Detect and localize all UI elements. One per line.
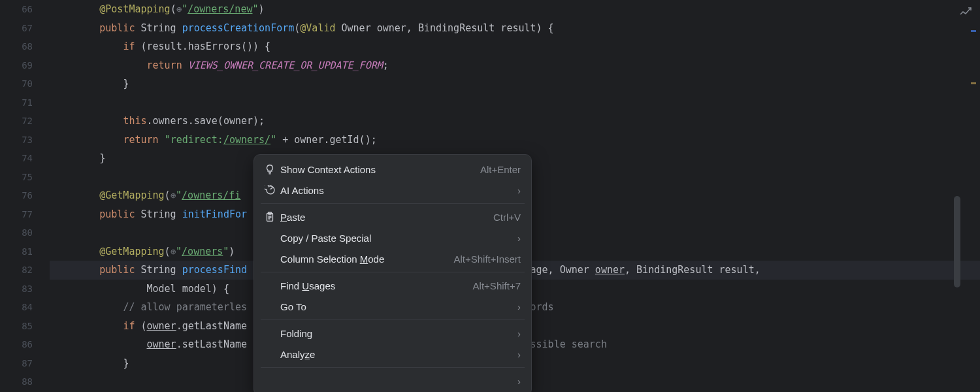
- menu-label: Analyze: [280, 349, 513, 360]
- menu-item-go-to[interactable]: Go To ›: [254, 296, 531, 317]
- line-number: 86: [0, 335, 33, 354]
- line-number: 80: [0, 223, 33, 242]
- menu-item-ai-actions[interactable]: AI Actions ›: [254, 180, 531, 201]
- menu-label: Paste: [280, 212, 493, 223]
- code-line[interactable]: @PostMapping(⊕"/owners/new"): [50, 0, 980, 19]
- menu-label: Go To: [280, 301, 513, 312]
- spiral-icon: [265, 185, 280, 195]
- chevron-right-icon: ›: [513, 301, 521, 312]
- gutter: 66 67 68 69 70 71 72 73 74 75 76 77 80 8…: [0, 0, 50, 392]
- line-number: 85: [0, 317, 33, 336]
- menu-item-find-usages[interactable]: Find Usages Alt+Shift+7: [254, 275, 531, 296]
- line-number: 77: [0, 205, 33, 224]
- line-number: 88: [0, 372, 33, 391]
- menu-separator: [261, 319, 525, 320]
- line-number: 81: [0, 242, 33, 261]
- line-number: 73: [0, 131, 33, 150]
- globe-icon: ⊕: [171, 246, 176, 257]
- line-number: 66: [0, 0, 33, 19]
- line-number: 72: [0, 112, 33, 131]
- context-menu: Show Context Actions Alt+Enter AI Action…: [253, 154, 532, 392]
- code-line[interactable]: }: [50, 74, 980, 93]
- menu-item-column-selection[interactable]: Column Selection Mode Alt+Shift+Insert: [254, 248, 531, 269]
- line-number: 67: [0, 19, 33, 38]
- scrollbar-thumb[interactable]: [954, 196, 960, 287]
- menu-label: Copy / Paste Special: [280, 233, 513, 244]
- chevron-right-icon: ›: [513, 376, 521, 387]
- line-number: 70: [0, 74, 33, 93]
- menu-item-folding[interactable]: Folding ›: [254, 323, 531, 344]
- menu-shortcut: Alt+Shift+Insert: [453, 253, 521, 265]
- error-stripe: [954, 0, 980, 392]
- line-number: 71: [0, 93, 33, 112]
- line-number: 69: [0, 56, 33, 75]
- menu-shortcut: Alt+Enter: [480, 164, 521, 175]
- line-number: 87: [0, 354, 33, 373]
- chevron-right-icon: ›: [513, 233, 521, 244]
- menu-label: AI Actions: [280, 185, 513, 196]
- code-line[interactable]: public String processCreationForm(@Valid…: [50, 19, 980, 38]
- line-number: 82: [0, 261, 33, 280]
- marker[interactable]: [971, 30, 976, 32]
- code-line[interactable]: return "redirect:/owners/" + owner.getId…: [50, 131, 980, 150]
- code-line[interactable]: if (result.hasErrors()) {: [50, 37, 980, 56]
- code-line[interactable]: return VIEWS_OWNER_CREATE_OR_UPDATE_FORM…: [50, 56, 980, 75]
- menu-shortcut: Ctrl+V: [493, 212, 521, 223]
- line-number: 83: [0, 280, 33, 299]
- menu-item-analyze[interactable]: Analyze ›: [254, 344, 531, 365]
- line-number: 74: [0, 149, 33, 168]
- menu-separator: [261, 203, 525, 204]
- globe-icon: ⊕: [176, 4, 182, 14]
- chevron-right-icon: ›: [513, 328, 521, 339]
- menu-separator: [261, 272, 525, 272]
- menu-item-context-actions[interactable]: Show Context Actions Alt+Enter: [254, 159, 531, 180]
- clipboard-icon: [265, 212, 280, 222]
- chevron-right-icon: ›: [513, 185, 521, 196]
- line-number: 84: [0, 298, 33, 317]
- code-line[interactable]: this.owners.save(owner);: [50, 112, 980, 131]
- menu-label: Find Usages: [280, 280, 473, 291]
- menu-item-paste[interactable]: Paste Ctrl+V: [254, 206, 531, 227]
- menu-label: Show Context Actions: [280, 164, 480, 175]
- chevron-right-icon: ›: [513, 349, 521, 360]
- line-number: 68: [0, 37, 33, 56]
- globe-icon: ⊕: [171, 190, 176, 201]
- menu-item-refactor[interactable]: ›: [254, 370, 531, 391]
- menu-separator: [261, 367, 525, 368]
- menu-label: Column Selection Mode: [280, 253, 453, 265]
- code-line[interactable]: [50, 93, 980, 112]
- menu-item-copy-paste-special[interactable]: Copy / Paste Special ›: [254, 227, 531, 248]
- line-number: 75: [0, 168, 33, 187]
- marker[interactable]: [971, 82, 976, 84]
- lightbulb-icon: [265, 164, 280, 174]
- menu-shortcut: Alt+Shift+7: [473, 280, 521, 291]
- line-number: 76: [0, 186, 33, 205]
- inspections-icon[interactable]: [959, 5, 972, 18]
- menu-label: Folding: [280, 328, 513, 339]
